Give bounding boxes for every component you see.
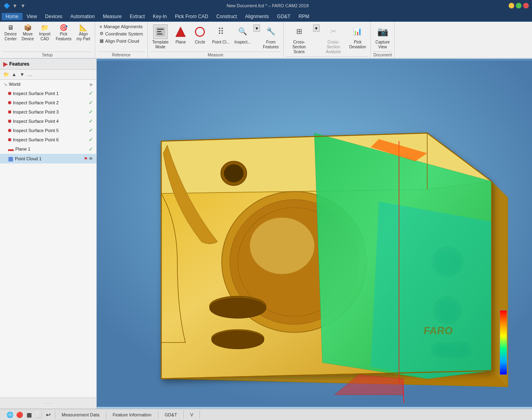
circle-button[interactable]: Circle	[191, 23, 209, 46]
plane-icon	[173, 25, 188, 39]
status-tab-v[interactable]: V	[184, 411, 200, 419]
menu-item-rpm[interactable]: RPM	[295, 13, 314, 20]
svg-rect-1	[157, 29, 164, 30]
inspect-dropdown-button[interactable]: ▼	[254, 25, 260, 32]
titlebar: 🔷 ▼ ▼ New Document.fcd * – FARO CAM2 201…	[0, 0, 532, 11]
inspect-label: Inspect...	[235, 40, 251, 45]
menu-item-alignments[interactable]: Alignments	[241, 13, 273, 20]
point-cloud-button[interactable]: ⠿ Point Cl...	[210, 23, 231, 46]
align-my-part-button[interactable]: 📐 Alignmy Part	[75, 23, 92, 43]
isp5-check: ✓	[89, 127, 93, 133]
point-cloud-label: Point Cl...	[212, 40, 229, 45]
coordinate-system-label: Coordinate System	[105, 31, 143, 36]
menu-item-measure[interactable]: Measure	[99, 13, 126, 20]
status-tab-gdt[interactable]: GD&T	[158, 411, 184, 419]
menu-item-construct[interactable]: Construct	[212, 13, 241, 20]
cloud1-icon: ▦	[8, 155, 13, 162]
menu-item-extract[interactable]: Extract	[126, 13, 149, 20]
menu-item-devices[interactable]: Devices	[41, 13, 66, 20]
isp1-label: Inspect Surface Point 1	[13, 91, 59, 96]
template-mode-icon	[153, 25, 168, 39]
device-center-button[interactable]: 🖥 DeviceCenter	[2, 23, 19, 43]
world-collapse[interactable]: ▶	[90, 82, 93, 87]
feature-item-isp6[interactable]: Inspect Surface Point 6 ✓	[0, 135, 96, 144]
from-features-button[interactable]: 🔧 FromFeatures	[261, 23, 281, 51]
from-features-icon: 🔧	[264, 25, 278, 39]
maximize-button[interactable]	[516, 3, 522, 8]
status-tab-feature-info[interactable]: Feature Information	[106, 411, 158, 419]
isp4-check: ✓	[89, 118, 93, 124]
status-globe-icon[interactable]: 🌐	[6, 411, 14, 419]
capture-view-button[interactable]: 📷 CaptureView	[373, 23, 392, 51]
svg-rect-3	[157, 33, 162, 35]
feature-item-world[interactable]: ↘ World ▶	[0, 80, 96, 89]
plane1-check: ✓	[89, 146, 93, 152]
menu-item-key-in[interactable]: Key-In	[149, 13, 171, 20]
feat-up-button[interactable]: ▲	[10, 71, 18, 78]
part-svg: FARO	[97, 59, 532, 409]
isp6-dot	[8, 138, 11, 141]
qs-dropdown2[interactable]: ▼	[19, 2, 27, 9]
import-cad-button[interactable]: 📁 ImportCAD	[37, 23, 53, 43]
cross-section-analysis-button[interactable]: ✂ Cross-Section Analysis	[320, 23, 347, 56]
status-tab-measurement[interactable]: Measurement Data	[55, 411, 106, 419]
coordinate-system-icon: ⚙	[100, 31, 104, 36]
import-cad-icon: 📁	[41, 25, 49, 31]
menu-item-home[interactable]: Home	[2, 13, 23, 20]
svg-marker-4	[176, 27, 185, 37]
move-device-button[interactable]: 📦 MoveDevice	[20, 23, 36, 43]
feature-item-plane1[interactable]: ▬ Plane 1 ✓	[0, 144, 96, 154]
move-device-icon: 📦	[24, 25, 32, 31]
window-title: New Document.fcd * – FARO CAM2 2018	[27, 3, 509, 8]
feature-item-isp5[interactable]: Inspect Surface Point 5 ✓	[0, 126, 96, 135]
isp3-dot	[8, 110, 11, 114]
svg-point-12	[210, 298, 266, 319]
coordinate-system-button[interactable]: ⚙ Coordinate System	[98, 30, 145, 37]
isp3-check: ✓	[89, 109, 93, 115]
feat-down-button[interactable]: ▼	[19, 71, 26, 78]
ribbon-group-setup: 🖥 DeviceCenter 📦 MoveDevice 📁 ImportCAD …	[0, 22, 95, 58]
isp3-label: Inspect Surface Point 3	[13, 110, 59, 114]
status-grid-icon[interactable]: ▦	[25, 411, 33, 419]
menubar: HomeViewDevicesAutomationMeasureExtractK…	[0, 11, 532, 22]
quick-access-toolbar[interactable]: 🔷 ▼ ▼	[3, 2, 27, 9]
svg-rect-23	[500, 310, 507, 375]
features-title: Features	[9, 61, 29, 67]
plane-button[interactable]: Plane	[171, 23, 190, 46]
menu-item-pick-from-cad[interactable]: Pick From CAD	[171, 13, 212, 20]
manage-alignments-button[interactable]: ≡ Manage Alignments	[98, 23, 145, 30]
align-point-cloud-button[interactable]: ▦ Align Point Cloud	[98, 37, 145, 44]
feature-item-isp4[interactable]: Inspect Surface Point 4 ✓	[0, 116, 96, 126]
pick-features-button[interactable]: 🎯 PickFeatures	[54, 23, 73, 43]
menu-item-view[interactable]: View	[23, 13, 41, 20]
isp4-dot	[8, 120, 11, 123]
inspect-button[interactable]: 🔍 Inspect...	[233, 23, 253, 46]
feature-item-isp3[interactable]: Inspect Surface Point 3 ✓	[0, 107, 96, 116]
template-mode-button[interactable]: TemplateMode	[150, 23, 171, 51]
cross-section-dropdown[interactable]: ▼	[313, 25, 320, 32]
window-controls	[509, 3, 529, 8]
status-undo-icon[interactable]: ↩	[44, 411, 52, 419]
left-panel-bottom: · · · · ·	[0, 397, 96, 409]
status-record-icon[interactable]: 🔴	[15, 411, 23, 419]
ribbon-group-measure-label: Measure	[150, 52, 281, 57]
3d-viewport[interactable]: FARO	[97, 59, 532, 409]
close-button[interactable]	[523, 3, 529, 8]
isp6-label: Inspect Surface Point 6	[13, 137, 59, 142]
import-cad-label: ImportCAD	[39, 32, 50, 41]
feat-more-button[interactable]: …	[27, 71, 34, 78]
menu-item-automation[interactable]: Automation	[66, 13, 99, 20]
feature-item-isp1[interactable]: Inspect Surface Point 1 ✓	[0, 89, 96, 98]
feature-item-isp2[interactable]: Inspect Surface Point 2 ✓	[0, 98, 96, 107]
minimize-button[interactable]	[509, 3, 514, 8]
feature-item-pointcloud1[interactable]: ▦ Point Cloud 1 ⚑ 👁	[0, 154, 96, 163]
pick-deviation-button[interactable]: 📊 PickDeviation	[347, 23, 368, 51]
qs-dropdown1[interactable]: ▼	[11, 2, 19, 9]
ribbon-group-measure: TemplateMode Plane Circle ⠿ Point Cl... …	[148, 22, 284, 58]
cross-section-scans-label: Cross-Section Scans	[288, 40, 310, 54]
menu-item-gd&t[interactable]: GD&T	[273, 13, 294, 20]
ribbon-group-reference: ≡ Manage Alignments ⚙ Coordinate System …	[95, 22, 148, 58]
main-area: ▶ Features 📁 ▲ ▼ … ↘ World ▶ Inspect Sur…	[0, 59, 532, 409]
cross-section-scans-button[interactable]: ⊞ Cross-Section Scans	[286, 23, 312, 56]
status-box-icon[interactable]: ⬜	[35, 411, 43, 419]
